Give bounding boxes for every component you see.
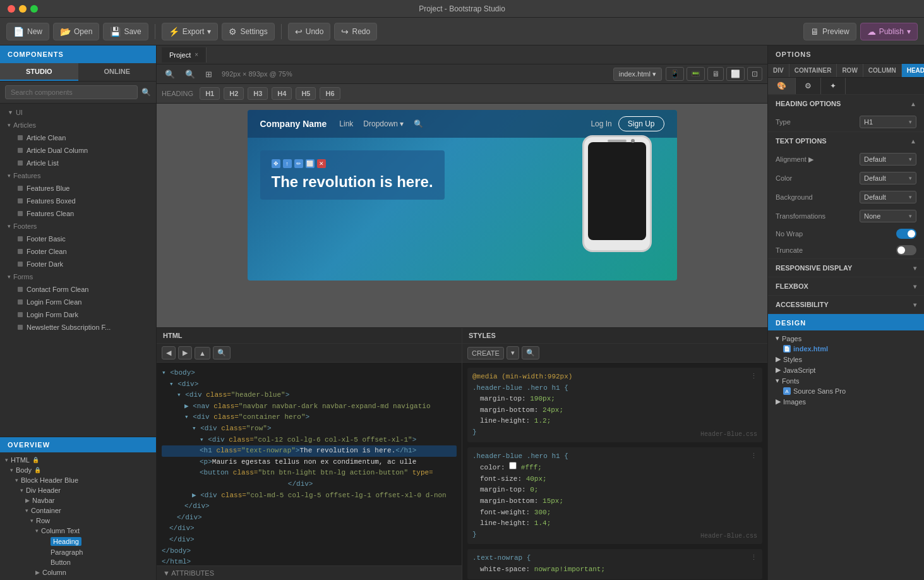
minimize-button[interactable] [19, 5, 27, 13]
html-prev-button[interactable]: ◀ [162, 346, 176, 359]
more-options-icon[interactable]: ⋮ [750, 553, 757, 564]
design-images-section[interactable]: ▶ Images [773, 396, 919, 407]
section-forms[interactable]: ▾ Forms [0, 270, 156, 283]
nav-dropdown[interactable]: Dropdown ▾ [363, 119, 404, 128]
design-font-item[interactable]: A Source Sans Pro [773, 386, 919, 396]
html-line[interactable]: </div> [162, 535, 457, 546]
list-item[interactable]: Login Form Dark [0, 308, 156, 321]
tree-item-html[interactable]: ▾ HTML 🔒 [5, 455, 151, 465]
html-line[interactable]: </div> [162, 479, 457, 490]
list-item[interactable]: Features Clean [0, 207, 156, 220]
close-button[interactable] [8, 5, 15, 13]
css-rule[interactable]: white-space: nowrap!important; [472, 564, 757, 576]
section-ui[interactable]: ▼ UI [0, 106, 156, 119]
create-style-button[interactable]: CREATE [467, 347, 504, 359]
truncate-toggle[interactable] [896, 245, 916, 255]
tree-item-div[interactable]: ▾ Div Header [5, 485, 151, 495]
section-features[interactable]: ▾ Features [0, 169, 156, 182]
gear-tab[interactable]: ⚙ [796, 78, 821, 94]
css-rule[interactable]: line-height: 1.4; [472, 518, 757, 529]
maximize-button[interactable] [30, 5, 38, 13]
canvas-signup-button[interactable]: Sign Up [618, 116, 664, 131]
up-icon[interactable]: ↑ [283, 159, 292, 168]
design-pages-section[interactable]: ▾ Pages [773, 333, 919, 344]
design-fonts-section[interactable]: ▾ Fonts [773, 375, 919, 386]
list-item[interactable]: Footer Basic [0, 233, 156, 245]
tree-item-column[interactable]: ▶ Column [5, 567, 151, 577]
text-options-toggle[interactable]: TEXT OPTIONS ▲ [768, 132, 924, 150]
list-item[interactable]: Article Clean [0, 131, 156, 144]
css-selector[interactable]: .text-nowrap { [472, 553, 757, 564]
html-line[interactable]: ▶ <div class="col-md-5 col-lg-5 offset-l… [162, 490, 457, 502]
html-line[interactable]: </div> [162, 523, 457, 535]
css-rule[interactable]: margin-bottom: 24px; [472, 405, 757, 416]
open-button[interactable]: 📂 Open [53, 23, 99, 40]
flexbox-toggle[interactable]: FLEXBOX ▾ [768, 277, 924, 295]
html-up-button[interactable]: ▲ [195, 347, 210, 359]
css-rule[interactable]: margin-bottom: 15px; [472, 496, 757, 507]
h4-button[interactable]: H4 [272, 87, 292, 100]
h6-button[interactable]: H6 [320, 87, 340, 100]
html-search-button[interactable]: 🔍 [213, 346, 231, 359]
transformations-select[interactable]: None ▾ [860, 210, 916, 222]
html-line[interactable]: ▾ <div class="col-12 col-lg-6 col-xl-5 o… [162, 435, 457, 446]
list-item[interactable]: Article Dual Column [0, 144, 156, 157]
h1-button[interactable]: H1 [200, 87, 220, 100]
html-line[interactable]: ▾ <div class="header-blue"> [162, 390, 457, 401]
color-select[interactable]: Default ▾ [860, 172, 916, 184]
tab-column[interactable]: COLUMN [863, 64, 902, 77]
html-line[interactable]: ▾ <div> [162, 379, 457, 390]
css-rule[interactable]: font-weight: 300; [472, 507, 757, 519]
redo-button[interactable]: ↪ Redo [334, 23, 377, 40]
star-tab[interactable]: ✦ [821, 78, 846, 94]
css-rule[interactable]: margin-top: 0; [472, 485, 757, 496]
tree-item-paragraph[interactable]: Paragraph [5, 547, 151, 557]
duplicate-icon[interactable]: ⬜ [306, 159, 315, 168]
zoom-out-button[interactable]: 🔍 [162, 68, 178, 81]
search-styles-button[interactable]: 🔍 [522, 346, 539, 359]
undo-button[interactable]: ↩ Undo [288, 23, 331, 40]
move-icon[interactable]: ✥ [272, 159, 280, 168]
save-button[interactable]: 💾 Save [103, 23, 148, 40]
tree-item-row[interactable]: ▾ Row [5, 516, 151, 526]
tablet-view-button[interactable]: 📟 [687, 67, 705, 81]
search-icon[interactable]: 🔍 [414, 119, 423, 128]
list-item[interactable]: Contact Form Clean [0, 283, 156, 296]
more-options-icon[interactable]: ⋮ [750, 372, 757, 383]
type-select[interactable]: H1 ▾ [860, 116, 916, 128]
tab-row[interactable]: ROW [837, 64, 863, 77]
html-line[interactable]: <p>Mauris egestas tellus non ex condimen… [162, 457, 457, 468]
desktop-wide-view-button[interactable]: ⬜ [726, 67, 745, 81]
section-articles[interactable]: ▾ Articles [0, 119, 156, 131]
settings-button[interactable]: ⚙ Settings [222, 23, 274, 40]
html-line[interactable]: </body> [162, 546, 457, 557]
list-item[interactable]: Footer Clean [0, 245, 156, 258]
file-selector[interactable]: index.html ▾ [613, 68, 662, 81]
more-options-icon[interactable]: ⋮ [750, 451, 757, 462]
html-line-selected[interactable]: <h1 class="text-nowrap">The revolution i… [162, 445, 457, 457]
nav-link[interactable]: Link [339, 119, 353, 128]
paint-tab[interactable]: 🎨 [768, 78, 796, 94]
no-wrap-toggle[interactable] [896, 229, 916, 239]
alignment-select[interactable]: Default ▾ [860, 153, 916, 166]
tab-heading[interactable]: HEADING [902, 64, 924, 77]
h5-button[interactable]: H5 [296, 87, 316, 100]
edit-icon[interactable]: ✏ [294, 159, 303, 168]
tree-item-container[interactable]: ▾ Container [5, 505, 151, 516]
fullscreen-view-button[interactable]: ⊡ [747, 67, 762, 81]
list-item[interactable]: Article List [0, 157, 156, 169]
html-line[interactable]: </div> [162, 501, 457, 512]
html-line[interactable]: <button class="btn btn-light btn-lg acti… [162, 468, 457, 479]
tab-project[interactable]: Project × [162, 47, 207, 63]
accessibility-toggle[interactable]: ACCESSIBILITY ▾ [768, 296, 924, 313]
tree-item-block[interactable]: ▾ Block Header Blue [5, 475, 151, 485]
css-rule[interactable]: font-size: 40px; [472, 474, 757, 485]
css-selector[interactable]: .header-blue .hero h1 { [472, 451, 757, 462]
list-item[interactable]: Features Blue [0, 182, 156, 195]
tab-online[interactable]: ONLINE [78, 63, 157, 81]
tree-item-heading[interactable]: Heading [5, 536, 151, 547]
design-page-item[interactable]: 📄 index.html [773, 344, 919, 354]
css-rule[interactable]: line-height: 1.2; [472, 416, 757, 427]
desktop-view-button[interactable]: 🖥 [707, 67, 724, 81]
mobile-view-button[interactable]: 📱 [666, 67, 684, 81]
